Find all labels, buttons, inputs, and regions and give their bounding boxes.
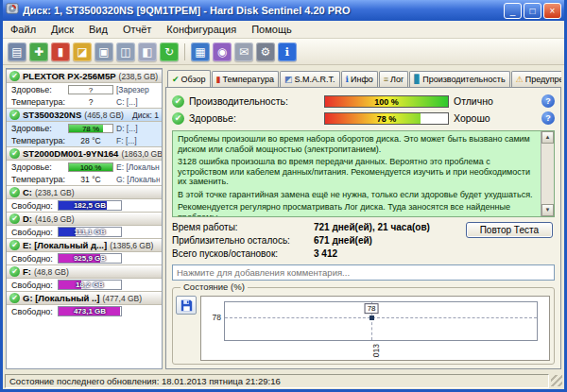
temperature-value: 31 °C [68, 175, 113, 184]
tab-log[interactable]: ≡Лог [379, 71, 408, 87]
partition-label: D: [...] [116, 124, 138, 133]
camera-icon[interactable]: ◉ [213, 43, 232, 61]
status-ok-icon: ✔ [9, 148, 20, 159]
maximize-button[interactable]: □ [524, 3, 541, 19]
folder-icon[interactable]: ◪ [73, 43, 92, 61]
menu-disk[interactable]: Диск [43, 22, 81, 37]
scroll-down-icon[interactable]: ▼ [541, 204, 554, 216]
volume-name: F: [23, 266, 31, 277]
partition-label: [Зарезер [116, 85, 149, 94]
performance-label: Производительность: [189, 95, 319, 107]
temperature-label: Температура: [11, 175, 65, 184]
disk-header[interactable]: ✔ ST2000DM001-9YN164 (1863,0 GB) Диск: 2 [7, 146, 162, 161]
help-button[interactable]: ? [541, 111, 555, 125]
free-space-bar: 18,2 GB [58, 280, 122, 290]
free-space-value: 925,9 GB [59, 254, 121, 263]
disk-copy-icon[interactable]: ▣ [94, 43, 113, 61]
health-meter-row: ✔ Здоровье: 78 % Хорошо ? [172, 110, 555, 127]
overview-panel: ✔ Производительность: 100 % Отлично ? ✔ … [165, 87, 561, 369]
volume-header[interactable]: ✔ G: [Локальный ..] (477,4 GB) [7, 291, 162, 305]
info-icon[interactable]: ℹ [278, 43, 297, 61]
free-space-value: 111,1 GB [59, 228, 121, 236]
thermometer-icon: ▮ [216, 76, 221, 84]
stat-label: Приблизительно осталось: [172, 235, 314, 246]
disk-health-icon[interactable]: ✚ [29, 43, 48, 61]
scroll-up-icon[interactable]: ▲ [541, 131, 554, 144]
ok-icon: ✔ [172, 95, 184, 108]
tab-smart[interactable]: ◩S.M.A.R.T. [280, 71, 340, 87]
tab-overview[interactable]: ✔Обзор [167, 70, 211, 87]
tab-performance[interactable]: ▊Производительность [409, 71, 509, 87]
disk-temperature-icon[interactable]: ▮ [51, 43, 70, 61]
stat-row-start-stop-count: Всего пусков/остановок: 3 412 [172, 247, 555, 260]
email-icon[interactable]: ✉ [234, 43, 253, 61]
resize-grip[interactable] [551, 375, 562, 386]
disk-item-st2000dm001[interactable]: ✔ ST2000DM001-9YN164 (1863,0 GB) Диск: 2… [7, 146, 162, 185]
minimize-button[interactable]: _ [504, 3, 522, 19]
stat-label: Всего пусков/остановок: [172, 248, 314, 259]
floppy-icon [180, 299, 193, 312]
volume-header[interactable]: ✔ D: (416,9 GB) [7, 212, 162, 226]
volume-item-g[interactable]: ✔ G: [Локальный ..] (477,4 GB) Свободно:… [7, 291, 162, 317]
refresh-icon[interactable]: ↻ [160, 43, 179, 61]
partition-label: C: [...] [116, 97, 138, 107]
titlebar[interactable]: Диск: 1, ST3500320NS [9QM1TPEM] - Hard D… [3, 0, 564, 21]
menu-file[interactable]: Файл [3, 22, 43, 37]
menu-configuration[interactable]: Конфигурация [159, 22, 244, 37]
tab-alerts[interactable]: ⚠Предупреждения [511, 71, 561, 87]
disk-item-plextor[interactable]: ✔ PLEXTOR PX-256M5P (238,5 GB) Здоровье:… [7, 69, 162, 108]
network-disk-icon[interactable]: ◧ [138, 43, 157, 61]
save-chart-button[interactable] [176, 296, 197, 315]
volume-header[interactable]: ✔ C: (238,1 GB) [7, 185, 162, 199]
volume-size: (477,4 GB) [103, 294, 143, 303]
disk-size: (238,5 GB) [119, 72, 159, 81]
volume-item-d[interactable]: ✔ D: (416,9 GB) Свободно: 111,1 GB [7, 212, 162, 238]
toolbar: ▤ ✚ ▮ ◪ ▣ ◫ ◧ ↻ ▦ ◉ ✉ ⚙ ℹ [3, 39, 564, 65]
volume-item-e[interactable]: ✔ E: [Локальный д...] (1385,6 GB) Свобод… [7, 238, 162, 264]
statistics-block: Время работы: 721 дней(ей), 21 часа(ов) … [172, 220, 555, 260]
volume-item-c[interactable]: ✔ C: (238,1 GB) Свободно: 182,5 GB [7, 185, 162, 212]
disk-item-st3500320ns[interactable]: ✔ ST3500320NS (465,8 GB) Диск: 1 Здоровь… [7, 108, 162, 146]
volume-item-f[interactable]: ✔ F: (48,8 GB) Свободно: 18,2 GB [7, 264, 162, 291]
volume-header[interactable]: ✔ E: [Локальный д...] (1385,6 GB) [7, 238, 162, 252]
disk-temp-row: Температура: 31 °C G: [Локальн [7, 173, 162, 185]
menu-view[interactable]: Вид [81, 22, 115, 37]
help-button[interactable]: ? [541, 94, 555, 108]
tab-label: S.M.A.R.T. [295, 75, 335, 84]
disk-header[interactable]: ✔ ST3500320NS (465,8 GB) Диск: 1 [7, 108, 162, 122]
content-area: ✔ PLEXTOR PX-256M5P (238,5 GB) Здоровье:… [3, 65, 564, 372]
status-ok-icon: ✔ [9, 293, 20, 303]
menu-report[interactable]: Отчёт [115, 22, 159, 37]
free-space-value: 18,2 GB [59, 281, 121, 289]
health-bar: 100 % [68, 162, 113, 172]
scrollbar[interactable]: ▲ ▼ [541, 131, 554, 216]
chart-plot-area: 78 [224, 301, 538, 341]
hard-disk-icon[interactable]: ▤ [8, 43, 26, 61]
toolbar-separator [184, 43, 185, 60]
free-label: Свободно: [11, 254, 55, 264]
volume-free-row: Свободно: 111,1 GB [7, 226, 162, 238]
volume-header[interactable]: ✔ F: (48,8 GB) [7, 264, 162, 279]
usb-disk-icon[interactable]: ◫ [116, 43, 135, 61]
disk-list: ✔ PLEXTOR PX-256M5P (238,5 GB) Здоровье:… [6, 68, 163, 369]
volume-free-row: Свободно: 18,2 GB [7, 279, 162, 291]
disk-health-row: Здоровье: 100 % E: [Локальн [7, 161, 162, 173]
menu-help[interactable]: Помощь [244, 22, 300, 37]
tab-info[interactable]: ℹИнфо [341, 71, 378, 87]
volume-name: C: [23, 187, 32, 197]
close-button[interactable]: × [543, 3, 561, 19]
volume-name: D: [23, 213, 32, 224]
settings-icon[interactable]: ⚙ [256, 43, 275, 61]
comment-input[interactable] [172, 264, 555, 281]
main-area: ✔Обзор ▮Температура ◩S.M.A.R.T. ℹИнфо ≡Л… [165, 68, 561, 369]
retest-button[interactable]: Повтор Теста [466, 222, 553, 238]
performance-meter-row: ✔ Производительность: 100 % Отлично ? [172, 93, 555, 110]
disk-header[interactable]: ✔ PLEXTOR PX-256M5P (238,5 GB) [7, 69, 162, 83]
disk-size: (1863,0 GB) [121, 149, 162, 159]
chart-icon[interactable]: ▦ [191, 43, 210, 61]
axis-corner [203, 341, 224, 358]
x-axis: 18.01.2013 [224, 341, 538, 358]
health-rating: Хорошо [454, 112, 514, 124]
tab-temperature[interactable]: ▮Температура [212, 71, 279, 87]
temperature-value: 28 °C [68, 136, 113, 145]
